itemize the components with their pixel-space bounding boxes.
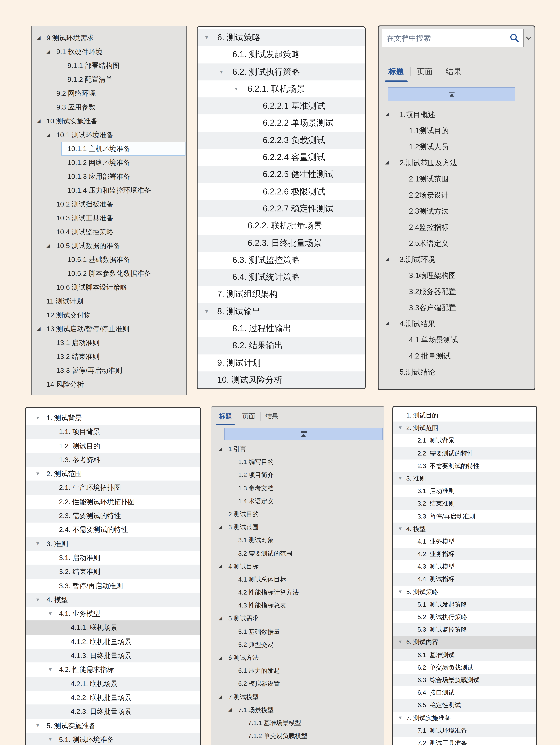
outline-item[interactable]: 10.3 测试工具准备: [32, 211, 186, 225]
outline-item[interactable]: 2.1. 测试背景: [393, 434, 536, 447]
outline-item[interactable]: 3.1 测试对象: [211, 534, 384, 547]
jump-to-top-button[interactable]: [224, 428, 383, 440]
collapse-arrow-icon[interactable]: ◢: [219, 525, 222, 529]
outline-item[interactable]: 4.1 测试总体目标: [211, 573, 384, 586]
outline-item[interactable]: 1.3 参考文档: [211, 482, 384, 495]
outline-item[interactable]: 4.4. 测试指标: [393, 573, 536, 585]
outline-item[interactable]: 2.4监控指标: [378, 219, 534, 235]
outline-item[interactable]: 2.4. 不需要测试的特性: [26, 523, 200, 537]
outline-item[interactable]: 3.2. 结束准则: [393, 497, 536, 510]
outline-item[interactable]: 6.2 模拟器设置: [211, 677, 384, 690]
outline-item[interactable]: 2.2. 需要测试的特性: [393, 447, 536, 459]
outline-item[interactable]: 3.3. 暂停/再启动准则: [393, 510, 536, 522]
outline-item[interactable]: ▼5. 测试策略: [393, 585, 536, 598]
outline-item[interactable]: 4.2 性能指标计算方法: [211, 586, 384, 599]
outline-item[interactable]: 4.1 单场景测试: [378, 332, 534, 348]
outline-item[interactable]: 8.2. 结果输出: [198, 337, 365, 354]
collapse-arrow-icon[interactable]: ◢: [219, 616, 222, 621]
outline-item[interactable]: ◢2.测试范围及方法: [378, 155, 534, 171]
outline-item[interactable]: 2.3测试方法: [378, 203, 534, 219]
outline-item[interactable]: 10.6 测试脚本设计策略: [32, 280, 186, 294]
collapse-arrow-icon[interactable]: ▼: [48, 667, 53, 672]
outline-item[interactable]: ◢3 测试范围: [211, 521, 384, 534]
outline-item[interactable]: ◢7.1 场景模型: [211, 704, 384, 717]
outline-item[interactable]: 5.1. 测试发起策略: [393, 598, 536, 611]
outline-item[interactable]: 7. 测试组织架构: [198, 286, 365, 303]
collapse-arrow-icon[interactable]: ▼: [48, 737, 53, 742]
outline-item[interactable]: 2.1测试范围: [378, 171, 534, 187]
outline-item[interactable]: ◢5 测试需求: [211, 612, 384, 625]
outline-item[interactable]: 6.4. 测试统计策略: [198, 269, 365, 286]
jump-to-top-button[interactable]: [388, 87, 515, 101]
collapse-arrow-icon[interactable]: ▼: [234, 87, 239, 91]
outline-item[interactable]: 6.2.2. 联机批量场景: [198, 217, 365, 234]
collapse-arrow-icon[interactable]: ▼: [35, 415, 40, 420]
outline-item[interactable]: 4.1. 业务模型: [393, 535, 536, 548]
collapse-arrow-icon[interactable]: ◢: [46, 49, 50, 54]
tab-pages[interactable]: 页面: [411, 65, 439, 78]
outline-item[interactable]: ◢13 测试启动/暂停/停止准则: [32, 322, 186, 336]
outline-item[interactable]: 4.2.2. 联机批量场景: [26, 691, 200, 705]
outline-item[interactable]: 10.4 测试监控策略: [32, 225, 186, 239]
outline-item[interactable]: ◢6 测试方法: [211, 651, 384, 665]
collapse-arrow-icon[interactable]: ◢: [37, 119, 40, 123]
outline-item[interactable]: ▼2. 测试范围: [26, 467, 200, 481]
collapse-arrow-icon[interactable]: ▼: [398, 589, 403, 594]
search-input[interactable]: [386, 33, 509, 43]
outline-item[interactable]: ▼4.2. 性能需求指标: [26, 662, 200, 677]
outline-item[interactable]: 9. 测试计划: [198, 354, 365, 371]
outline-item[interactable]: 10.1.4 压力和监控环境准备: [32, 183, 186, 197]
outline-item[interactable]: 6.1 压力的发起: [211, 665, 384, 678]
collapse-arrow-icon[interactable]: ◢: [228, 708, 232, 712]
outline-item[interactable]: 2.3. 不需要测试的特性: [393, 459, 536, 472]
outline-item[interactable]: 3.3. 暂停/再启动准则: [26, 579, 200, 593]
tab-headings[interactable]: 标题: [382, 65, 410, 78]
collapse-arrow-icon[interactable]: ▼: [35, 597, 40, 602]
outline-item[interactable]: ▼1. 测试背景: [26, 411, 200, 425]
collapse-arrow-icon[interactable]: ◢: [385, 321, 389, 326]
outline-item[interactable]: ◢3.测试环境: [378, 251, 534, 267]
outline-item[interactable]: 6.2.2.2 单场景测试: [198, 115, 365, 132]
outline-item[interactable]: ◢7 测试模型: [211, 690, 384, 704]
outline-item[interactable]: 6.2.2.7 稳定性测试: [198, 200, 365, 217]
outline-item[interactable]: 1.2测试人员: [378, 138, 534, 155]
outline-item[interactable]: ◢10 测试实施准备: [32, 114, 186, 128]
collapse-arrow-icon[interactable]: ◢: [219, 655, 222, 660]
outline-item[interactable]: 10.1.1 主机环境准备: [32, 142, 186, 156]
outline-item[interactable]: ▼4. 模型: [26, 593, 200, 607]
tab-pages[interactable]: 页面: [237, 411, 260, 422]
outline-item[interactable]: 6.2.2.1 基准测试: [198, 98, 365, 115]
outline-item[interactable]: 5.2 典型交易: [211, 638, 384, 651]
outline-item[interactable]: ▼6. 测试内容: [393, 636, 536, 648]
outline-item[interactable]: 6.2.2.6 极限测试: [198, 183, 365, 200]
outline-item[interactable]: 10.1.2 网络环境准备: [32, 156, 186, 169]
outline-item[interactable]: 4.2. 业务指标: [393, 548, 536, 560]
outline-item[interactable]: 2.2场景设计: [378, 187, 534, 203]
search-box[interactable]: [382, 29, 524, 47]
outline-item[interactable]: 7.2. 测试工具准备: [393, 737, 536, 745]
outline-item[interactable]: ▼6.2. 测试执行策略: [198, 63, 365, 80]
collapse-arrow-icon[interactable]: ◢: [37, 326, 40, 331]
outline-item[interactable]: 13.1 启动准则: [32, 336, 186, 350]
outline-item[interactable]: 10.2 测试挡板准备: [32, 197, 186, 211]
collapse-arrow-icon[interactable]: ◢: [385, 112, 389, 117]
outline-item[interactable]: 6.5. 稳定性测试: [393, 699, 536, 711]
outline-item[interactable]: 8.1. 过程性输出: [198, 320, 365, 337]
outline-item[interactable]: 1.1测试目的: [378, 123, 534, 138]
outline-item[interactable]: 2.1. 生产环境拓扑图: [26, 481, 200, 495]
outline-item[interactable]: 1.2 项目简介: [211, 468, 384, 482]
collapse-arrow-icon[interactable]: ◢: [46, 132, 50, 137]
outline-item[interactable]: 14 风险分析: [32, 377, 186, 391]
outline-item[interactable]: 1.2. 测试目的: [26, 439, 200, 453]
outline-item[interactable]: 2 测试目的: [211, 508, 384, 521]
outline-item[interactable]: 3.2. 结束准则: [26, 565, 200, 579]
outline-item[interactable]: 7.1.2 单交易负载模型: [211, 730, 384, 743]
outline-item[interactable]: 9.1.2 配置清单: [32, 72, 186, 86]
outline-item[interactable]: 9.2 网络环境: [32, 86, 186, 100]
outline-item[interactable]: 4.3. 测试模型: [393, 560, 536, 573]
outline-item[interactable]: 1.1. 项目背景: [26, 425, 200, 439]
outline-item[interactable]: 3.2 需要测试的范围: [211, 547, 384, 560]
collapse-arrow-icon[interactable]: ▼: [398, 425, 403, 430]
outline-item[interactable]: 4.2 批量测试: [378, 348, 534, 364]
outline-item[interactable]: 12 测试交付物: [32, 308, 186, 322]
